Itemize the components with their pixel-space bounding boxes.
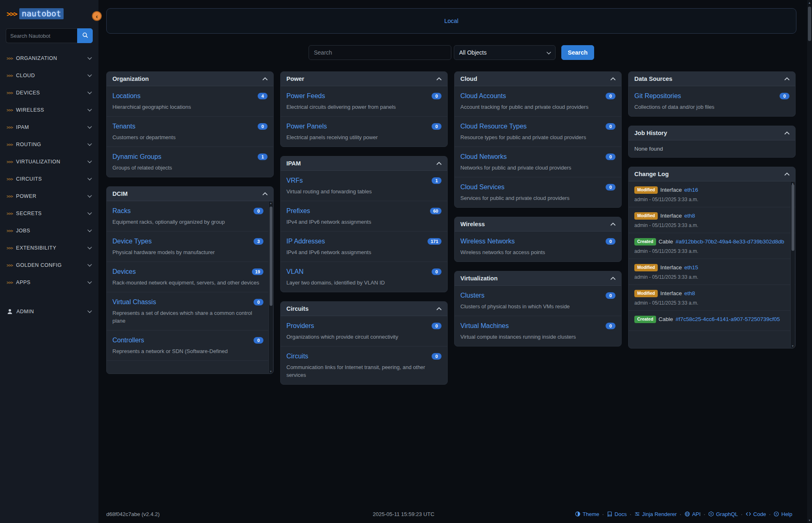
item-link-controllers[interactable]: Controllers	[112, 335, 144, 345]
count-badge[interactable]: 4	[258, 93, 268, 99]
panel-header[interactable]: Data Sources	[629, 72, 795, 86]
scroll-up-arrow[interactable]: ▲	[269, 202, 273, 204]
chevron-up-icon[interactable]	[437, 77, 441, 80]
count-badge[interactable]: 0	[258, 123, 268, 130]
chevron-up-icon[interactable]	[263, 192, 268, 195]
sidebar-item-cloud[interactable]: >>>CLOUD	[0, 67, 98, 84]
sidebar-item-organization[interactable]: >>>ORGANIZATION	[0, 50, 98, 67]
item-link-racks[interactable]: Racks	[112, 206, 130, 216]
panel-scrollbar[interactable]: ▲▼	[268, 202, 273, 373]
object-link[interactable]: #f7c58c25-4cc6-4141-a907-57250739cf05	[675, 315, 780, 323]
sidebar-item-ipam[interactable]: >>>IPAM	[0, 119, 98, 136]
sidebar-item-routing[interactable]: >>>ROUTING	[0, 136, 98, 153]
chevron-up-icon[interactable]	[785, 77, 789, 80]
global-search-input[interactable]	[309, 45, 451, 60]
count-badge[interactable]: 3	[254, 238, 263, 245]
item-link-power-panels[interactable]: Power Panels	[286, 122, 327, 131]
item-link-cloud-accounts[interactable]: Cloud Accounts	[460, 91, 506, 101]
sidebar-item-circuits[interactable]: >>>CIRCUITS	[0, 170, 98, 188]
theme-link[interactable]: Theme	[575, 511, 599, 517]
item-link-device-types[interactable]: Device Types	[112, 236, 152, 246]
scroll-down-arrow[interactable]: ▼	[807, 519, 812, 522]
count-badge[interactable]: 0	[606, 292, 615, 299]
item-link-vrfs[interactable]: VRFs	[286, 176, 303, 186]
count-badge[interactable]: 0	[606, 184, 615, 190]
chevron-up-icon[interactable]	[437, 307, 441, 310]
item-link-virtual-machines[interactable]: Virtual Machines	[460, 321, 509, 331]
brand-logo[interactable]: >>> nautobot	[0, 0, 98, 24]
count-badge[interactable]: 1	[432, 177, 441, 184]
item-link-locations[interactable]: Locations	[112, 91, 141, 101]
api-link[interactable]: API	[684, 511, 701, 517]
count-badge[interactable]: 60	[430, 208, 441, 214]
panel-header[interactable]: DCIM	[107, 187, 273, 201]
count-badge[interactable]: 0	[606, 323, 615, 329]
code-link[interactable]: Code	[746, 511, 766, 517]
sidebar-item-admin[interactable]: ADMIN	[0, 303, 98, 321]
item-link-cloud-services[interactable]: Cloud Services	[460, 182, 505, 192]
sidebar-item-apps[interactable]: >>>APPS	[0, 274, 98, 291]
panel-header[interactable]: Virtualization	[455, 271, 621, 286]
scroll-up-arrow[interactable]: ▲	[807, 1, 812, 4]
object-link[interactable]: eth15	[684, 264, 698, 271]
sidebar-item-power[interactable]: >>>POWER	[0, 188, 98, 205]
count-badge[interactable]: 1	[258, 154, 268, 160]
item-link-prefixes[interactable]: Prefixes	[286, 206, 310, 216]
sidebar-search-input[interactable]	[6, 28, 77, 43]
item-link-circuits[interactable]: Circuits	[286, 351, 308, 361]
chevron-up-icon[interactable]	[611, 77, 615, 80]
scrollbar-thumb[interactable]	[791, 184, 794, 251]
item-link-dynamic-groups[interactable]: Dynamic Groups	[112, 152, 161, 162]
search-button[interactable]: Search	[561, 45, 594, 60]
item-link-wireless-networks[interactable]: Wireless Networks	[460, 236, 515, 246]
panel-header[interactable]: Organization	[107, 72, 273, 86]
item-link-clusters[interactable]: Clusters	[460, 291, 485, 300]
item-link-vlan[interactable]: VLAN	[286, 267, 304, 277]
item-link-devices[interactable]: Devices	[112, 267, 136, 277]
panel-header[interactable]: Circuits	[281, 302, 447, 316]
sidebar-item-devices[interactable]: >>>DEVICES	[0, 84, 98, 101]
panel-header[interactable]: IPAM	[281, 156, 447, 171]
object-link[interactable]: eth8	[684, 212, 695, 220]
object-link[interactable]: eth16	[684, 186, 698, 194]
local-link[interactable]: Local	[444, 18, 459, 24]
item-link-cloud-resource-types[interactable]: Cloud Resource Types	[460, 122, 527, 131]
count-badge[interactable]: 0	[780, 93, 789, 99]
scroll-down-arrow[interactable]: ▼	[269, 370, 273, 373]
sidebar-item-jobs[interactable]: >>>JOBS	[0, 222, 98, 239]
count-badge[interactable]: 19	[252, 268, 263, 275]
count-badge[interactable]: 171	[428, 238, 441, 245]
panel-scrollbar[interactable]: ▲▼	[790, 182, 795, 348]
item-link-providers[interactable]: Providers	[286, 321, 314, 331]
panel-header[interactable]: Power	[281, 72, 447, 86]
count-badge[interactable]: 0	[606, 154, 615, 160]
panel-header[interactable]: Cloud	[455, 72, 621, 86]
object-link[interactable]: #a912bbcb-70b2-49a4-8e33-d739b302d8db	[675, 238, 784, 245]
chevron-up-icon[interactable]	[785, 131, 789, 135]
count-badge[interactable]: 0	[432, 93, 441, 99]
sidebar-item-wireless[interactable]: >>>WIRELESS	[0, 101, 98, 119]
chevron-up-icon[interactable]	[611, 223, 615, 226]
object-link[interactable]: eth8	[684, 289, 695, 297]
count-badge[interactable]: 0	[606, 93, 615, 99]
count-badge[interactable]: 0	[432, 268, 441, 275]
sidebar-item-secrets[interactable]: >>>SECRETS	[0, 205, 98, 222]
object-type-select[interactable]: All Objects	[454, 45, 556, 60]
item-link-cloud-networks[interactable]: Cloud Networks	[460, 152, 507, 162]
count-badge[interactable]: 0	[254, 208, 263, 214]
count-badge[interactable]: 0	[432, 123, 441, 130]
count-badge[interactable]: 0	[606, 123, 615, 130]
count-badge[interactable]: 0	[254, 299, 263, 305]
chevron-up-icon[interactable]	[263, 77, 268, 80]
docs-link[interactable]: Docs	[607, 511, 627, 517]
jinja-renderer-link[interactable]: Jinja Renderer	[634, 511, 677, 517]
panel-header[interactable]: Job History	[629, 126, 795, 140]
item-link-git-repositories[interactable]: Git Repositories	[634, 91, 681, 101]
count-badge[interactable]: 0	[432, 323, 441, 329]
item-link-tenants[interactable]: Tenants	[112, 122, 135, 131]
count-badge[interactable]: 0	[606, 238, 615, 245]
sidebar-item-golden-config[interactable]: >>>GOLDEN CONFIG	[0, 257, 98, 274]
panel-header[interactable]: Change Log	[629, 167, 795, 181]
graphql-link[interactable]: GraphQL	[708, 511, 738, 517]
item-link-ip-addresses[interactable]: IP Addresses	[286, 236, 325, 246]
